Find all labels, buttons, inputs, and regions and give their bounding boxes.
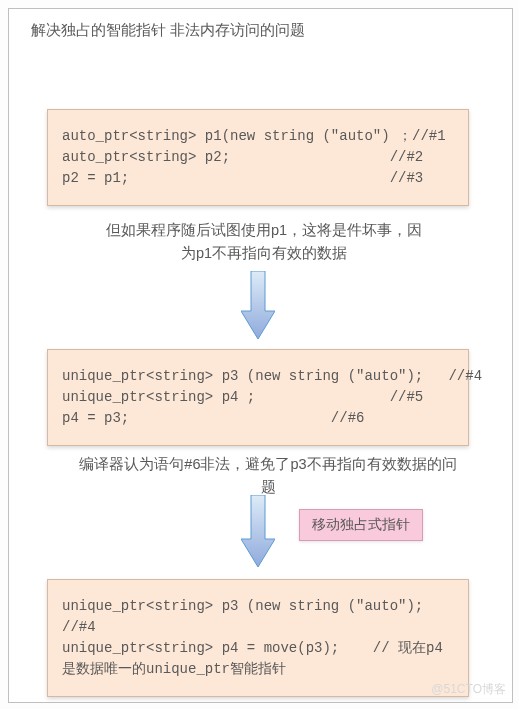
diagram-title: 解决独占的智能指针 非法内存访问的问题	[31, 21, 305, 40]
caption-auto-ptr-problem: 但如果程序随后试图使用p1，这将是件坏事，因为p1不再指向有效的数据	[99, 219, 429, 265]
diagram-canvas: 解决独占的智能指针 非法内存访问的问题 auto_ptr<string> p1(…	[8, 8, 513, 703]
code-block-auto-ptr: auto_ptr<string> p1(new string ("auto") …	[47, 109, 469, 206]
code-block-move: unique_ptr<string> p3 (new string ("auto…	[47, 579, 469, 697]
code-block-unique-ptr: unique_ptr<string> p3 (new string ("auto…	[47, 349, 469, 446]
caption-unique-ptr-solution: 编译器认为语句#6非法，避免了p3不再指向有效数据的问题	[77, 453, 459, 499]
tag-move-pointer: 移动独占式指针	[299, 509, 423, 541]
arrow-down-icon	[241, 271, 275, 339]
arrow-down-icon	[241, 495, 275, 567]
watermark-text: @51CTO博客	[431, 681, 506, 698]
